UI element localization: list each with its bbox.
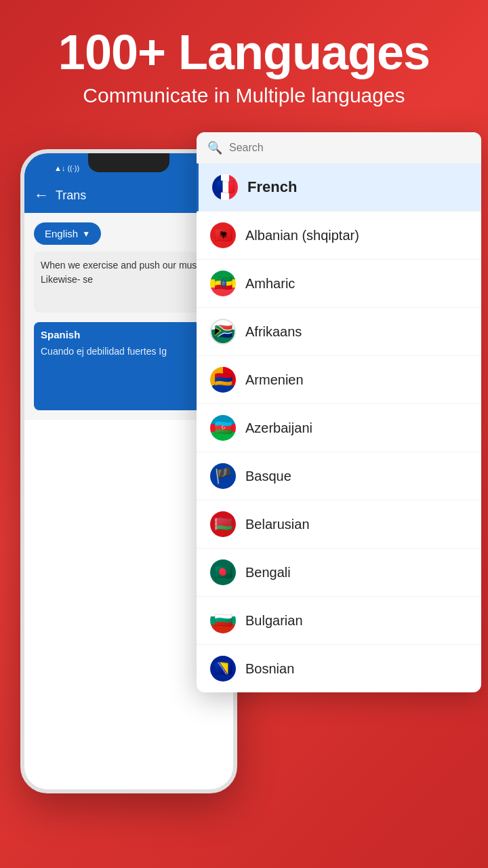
language-item[interactable]: 🇿🇦Afrikaans	[197, 308, 481, 356]
flag-icon: 🏴	[210, 463, 236, 489]
header-section: 100+ Languages Communicate in Multiple l…	[0, 0, 488, 114]
dropdown-arrow-icon: ▼	[82, 229, 90, 239]
language-name: Albanian (shqiptar)	[245, 228, 359, 243]
language-item[interactable]: 🇦🇲Armenien	[197, 356, 481, 404]
app-bar-title: Trans	[56, 189, 86, 203]
header-subtitle: Communicate in Multiple languages	[20, 84, 468, 107]
language-list: 🇫🇷French🇦🇱Albanian (shqiptar)🇪🇹Amharic🇿🇦…	[197, 163, 481, 692]
flag-icon: 🇦🇱	[210, 222, 236, 248]
flag-icon: 🇧🇩	[210, 559, 236, 585]
source-lang-label: English	[45, 228, 78, 239]
search-bar: 🔍	[197, 132, 481, 163]
language-name: Bengali	[245, 565, 291, 580]
language-item[interactable]: 🇧🇦Bosnian	[197, 645, 481, 692]
target-text: Cuando ej debilidad fuertes Ig	[41, 344, 217, 359]
language-item[interactable]: 🇧🇩Bengali	[197, 549, 481, 597]
language-name: Bosnian	[245, 661, 294, 677]
language-name: Bulgarian	[245, 613, 303, 629]
language-dropdown: 🔍 🇫🇷French🇦🇱Albanian (shqiptar)🇪🇹Amharic…	[197, 132, 481, 692]
language-name: Belarusian	[245, 517, 310, 532]
flag-icon: 🇧🇬	[210, 608, 236, 633]
target-lang-label: Spanish	[41, 329, 217, 340]
phone-notch	[88, 153, 169, 172]
language-name: Afrikaans	[245, 324, 302, 340]
flag-icon: 🇧🇦	[210, 656, 236, 682]
search-icon: 🔍	[207, 140, 222, 155]
flag-icon: 🇪🇹	[210, 271, 236, 296]
source-text-box: When we exercise and push our muscles, L…	[34, 252, 224, 313]
header-title: 100+ Languages	[20, 27, 468, 79]
language-name: Amharic	[245, 276, 295, 292]
flag-icon: 🇧🇾	[210, 511, 236, 537]
back-icon[interactable]: ←	[34, 186, 49, 204]
language-item[interactable]: 🇧🇾Belarusian	[197, 500, 481, 549]
source-language-button[interactable]: English ▼	[34, 222, 101, 245]
language-name: Azerbaijani	[245, 420, 312, 436]
flag-icon: 🇿🇦	[210, 319, 236, 344]
language-item[interactable]: 🇪🇹Amharic	[197, 260, 481, 308]
language-item[interactable]: 🇫🇷French	[197, 163, 481, 212]
language-item[interactable]: 🇦🇿Azerbaijani	[197, 404, 481, 452]
target-text-box: Spanish Cuando ej debilidad fuertes Ig	[34, 322, 224, 410]
language-name: Armenien	[245, 372, 304, 388]
language-item[interactable]: 🏴Basque	[197, 452, 481, 500]
language-name: French	[247, 178, 297, 196]
search-input[interactable]	[229, 142, 470, 154]
language-name: Basque	[245, 469, 291, 484]
language-item[interactable]: 🇦🇱Albanian (shqiptar)	[197, 212, 481, 260]
language-item[interactable]: 🇧🇬Bulgarian	[197, 597, 481, 645]
flag-icon: 🇦🇲	[210, 367, 236, 393]
flag-icon: 🇫🇷	[212, 174, 238, 200]
flag-icon: 🇦🇿	[210, 415, 236, 441]
